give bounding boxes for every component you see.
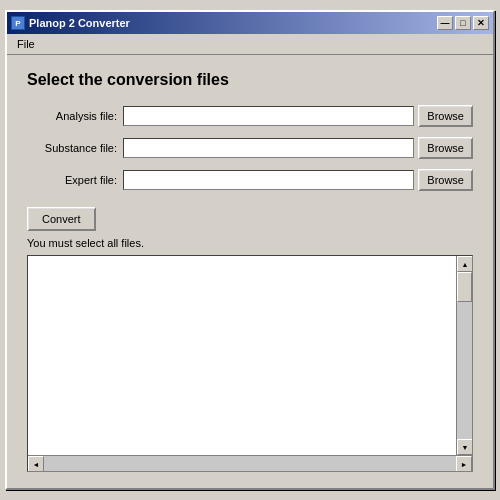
expert-file-input[interactable] xyxy=(123,170,414,190)
substance-file-row: Substance file: Browse xyxy=(27,137,473,159)
app-icon: P xyxy=(11,16,25,30)
menu-bar: File xyxy=(7,34,493,55)
scroll-down-button[interactable]: ▼ xyxy=(457,439,472,455)
analysis-file-input[interactable] xyxy=(123,106,414,126)
scroll-track-v[interactable] xyxy=(457,272,472,439)
title-bar: P Planop 2 Converter — □ ✕ xyxy=(7,12,493,34)
scroll-left-button[interactable]: ◄ xyxy=(28,456,44,472)
minimize-button[interactable]: — xyxy=(437,16,453,30)
window-title: Planop 2 Converter xyxy=(29,17,130,29)
menu-item-file[interactable]: File xyxy=(11,36,41,52)
analysis-browse-button[interactable]: Browse xyxy=(418,105,473,127)
output-main: ▲ ▼ xyxy=(28,256,472,455)
status-text: You must select all files. xyxy=(27,237,473,249)
maximize-button[interactable]: □ xyxy=(455,16,471,30)
scroll-thumb-v[interactable] xyxy=(457,272,472,302)
title-controls: — □ ✕ xyxy=(437,16,489,30)
horizontal-scrollbar: ◄ ► xyxy=(28,455,472,471)
convert-button[interactable]: Convert xyxy=(27,207,96,231)
expert-browse-button[interactable]: Browse xyxy=(418,169,473,191)
analysis-file-label: Analysis file: xyxy=(27,110,117,122)
page-title: Select the conversion files xyxy=(27,71,473,89)
down-arrow-icon: ▼ xyxy=(462,444,469,451)
scroll-up-button[interactable]: ▲ xyxy=(457,256,472,272)
analysis-file-row: Analysis file: Browse xyxy=(27,105,473,127)
convert-section: Convert xyxy=(27,207,473,231)
expert-file-row: Expert file: Browse xyxy=(27,169,473,191)
right-arrow-icon: ► xyxy=(461,461,468,468)
substance-browse-button[interactable]: Browse xyxy=(418,137,473,159)
title-bar-text: P Planop 2 Converter xyxy=(11,16,130,30)
substance-file-input[interactable] xyxy=(123,138,414,158)
scroll-right-button[interactable]: ► xyxy=(456,456,472,472)
expert-file-label: Expert file: xyxy=(27,174,117,186)
output-wrapper: ▲ ▼ ◄ ► xyxy=(27,255,473,472)
substance-file-label: Substance file: xyxy=(27,142,117,154)
vertical-scrollbar: ▲ ▼ xyxy=(456,256,472,455)
close-button[interactable]: ✕ xyxy=(473,16,489,30)
output-textarea[interactable] xyxy=(28,256,456,455)
scroll-track-h[interactable] xyxy=(44,456,456,471)
up-arrow-icon: ▲ xyxy=(462,261,469,268)
content-area: Select the conversion files Analysis fil… xyxy=(7,55,493,488)
main-window: P Planop 2 Converter — □ ✕ File Select t… xyxy=(5,10,495,490)
left-arrow-icon: ◄ xyxy=(33,461,40,468)
